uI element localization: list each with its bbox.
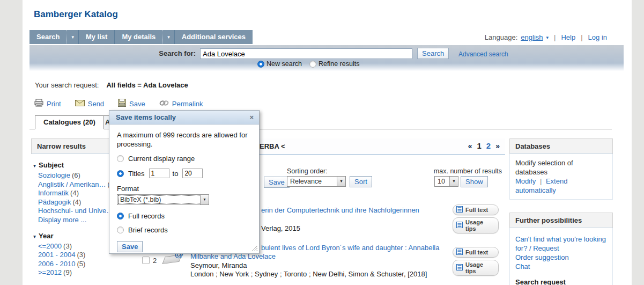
full-records-label: Full records (128, 212, 165, 220)
chevron-down-icon[interactable]: ▾ (162, 30, 174, 44)
new-search-radio[interactable] (257, 61, 264, 68)
print-link: Print (47, 100, 61, 108)
result-title-link[interactable]: erin der Computertechnik und ihre Nachfo… (261, 206, 419, 215)
facet-collapse-icon[interactable]: ▾ (33, 233, 36, 239)
facet-link[interactable]: Soziologie (38, 171, 70, 179)
resize-grip[interactable] (251, 245, 257, 253)
dialog-titlebar[interactable]: Save items locally × (109, 111, 259, 125)
usage-tips-button[interactable]: Usage tips (453, 217, 499, 233)
page: Bamberger Katalog Search ▾ My list My de… (23, 0, 632, 285)
tab-additional-services[interactable]: Additional services (175, 30, 253, 44)
facet-link[interactable]: 2006 - 2010 (38, 260, 75, 268)
page-next[interactable]: » (495, 142, 500, 150)
show-button[interactable]: Show (461, 176, 488, 187)
modify-databases-link[interactable]: Modify (515, 177, 536, 185)
refine-results-radio[interactable] (309, 61, 316, 68)
save-selection-button[interactable]: Save (264, 177, 290, 188)
request-label: Your search request: (35, 81, 99, 89)
sorting-select[interactable]: Relevance ▾ (287, 176, 346, 187)
facet-link[interactable]: >=2012 (38, 268, 62, 276)
search-input[interactable] (200, 48, 412, 59)
login-link[interactable]: Log in (588, 33, 607, 41)
titles-from-input[interactable] (149, 169, 169, 178)
facet-link[interactable]: Anglistik / Amerikan… (38, 180, 106, 188)
language-select[interactable]: english (521, 33, 543, 41)
chevron-down-icon[interactable]: ▾ (337, 177, 345, 186)
brief-records-radio[interactable] (117, 226, 124, 233)
order-suggestion-link[interactable]: Order suggestion (515, 253, 569, 261)
facet-collapse-icon[interactable]: ▾ (33, 163, 36, 169)
sort-button[interactable]: Sort (350, 176, 372, 187)
tab-catalogues[interactable]: Catalogues (20) (35, 115, 104, 129)
brief-records-label: Brief records (128, 226, 168, 234)
divider: | (554, 33, 556, 41)
page-2-link[interactable]: 2 (486, 141, 491, 150)
full-records-row: Full records (117, 212, 251, 220)
page-current: 1 (477, 141, 482, 150)
search-button[interactable]: Search (417, 48, 449, 59)
brief-records-row: Brief records (117, 226, 251, 234)
usage-tips-button[interactable]: Usage tips (453, 260, 499, 276)
full-text-button[interactable]: Full text (453, 204, 499, 215)
save-action[interactable]: Save (118, 99, 145, 108)
dialog-save-button[interactable]: Save (117, 241, 143, 252)
advanced-search-link[interactable]: Advanced search (458, 50, 508, 58)
send-link: Send (88, 100, 104, 108)
chevron-down-icon[interactable]: ▾ (546, 35, 549, 40)
tab-my-details[interactable]: My details ▾ (115, 30, 174, 44)
search-request-label: Search request (515, 277, 607, 285)
document-icon (456, 264, 463, 272)
facet-link[interactable]: Hochschul- und Unive… (38, 207, 113, 215)
chevron-down-icon[interactable]: ▾ (200, 195, 209, 204)
facet-count: (3) (77, 251, 85, 259)
titles-to-input[interactable] (182, 169, 203, 178)
format-label: Format (117, 185, 251, 193)
close-icon[interactable]: × (249, 111, 254, 124)
save-link: Save (129, 100, 145, 108)
display-more-link[interactable]: Display more ... (38, 216, 86, 224)
result-checkbox[interactable] (142, 257, 150, 264)
result-imprint: Verlag, 2015 (261, 224, 300, 233)
facet-count: (4) (72, 198, 81, 206)
current-display-range-radio[interactable] (117, 155, 124, 162)
result-buttons: Full text Usage tips (453, 247, 499, 276)
dialog-title: Save items locally (116, 113, 176, 121)
chevron-down-icon[interactable]: ▾ (66, 30, 78, 44)
max-results-select[interactable]: 10 ▾ (434, 176, 458, 187)
facet-count: (6) (72, 171, 80, 179)
titles-radio[interactable] (117, 170, 124, 177)
divider: | (540, 177, 542, 185)
help-link[interactable]: Help (561, 33, 575, 41)
full-records-radio[interactable] (117, 213, 124, 220)
document-icon (456, 222, 463, 229)
facet-count: (4) (70, 189, 79, 197)
facet-link[interactable]: 2001 - 2004 (38, 251, 75, 259)
further-possibilities-body: Can't find what you're looking for? / Re… (509, 228, 613, 285)
titles-range-row: Titles to (117, 169, 251, 178)
facet-link[interactable]: <=2000 (38, 242, 62, 250)
refine-results-label: Refine results (319, 60, 359, 68)
tab-my-list[interactable]: My list (79, 30, 115, 44)
permalink-action[interactable]: Permalink (159, 100, 203, 108)
databases-text: Modify selection of databases (515, 158, 607, 177)
request-value: All fields = Ada Lovelace (106, 81, 188, 89)
facet-link[interactable]: Informatik (38, 189, 69, 197)
result-imprint: London ; New York ; Sydney ; Toronto ; N… (190, 270, 427, 279)
request-link[interactable]: Can't find what you're looking for? / Re… (515, 235, 606, 252)
databases-body: Modify selection of databases Modify | E… (509, 154, 613, 200)
page-title: Bamberger Katalog (34, 9, 118, 20)
send-action[interactable]: Send (75, 100, 104, 108)
facet-link[interactable]: Pädagogik (38, 198, 71, 206)
chevron-down-icon[interactable]: ▾ (449, 177, 458, 186)
tab-search[interactable]: Search ▾ (29, 30, 79, 44)
format-select[interactable]: BibTeX (*.bib) ▾ (117, 194, 209, 205)
page-prev[interactable]: « (468, 142, 472, 150)
titles-label: Titles (128, 170, 145, 178)
further-possibilities-header: Further possibilities (509, 213, 613, 228)
full-text-button[interactable]: Full text (453, 247, 499, 258)
language-row: Language: english ▾ | Help | Log in (485, 33, 607, 41)
print-action[interactable]: Print (34, 99, 61, 108)
chat-link[interactable]: Chat (515, 262, 530, 271)
to-label: to (173, 170, 179, 178)
display-range-row: Current display range (117, 155, 251, 163)
